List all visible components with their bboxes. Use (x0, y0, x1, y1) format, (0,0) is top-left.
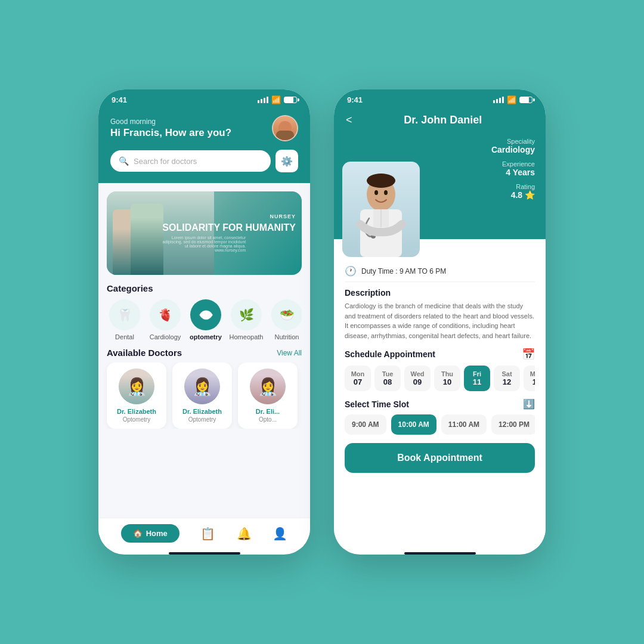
doctor-stats: Speciality Cardiology Experience 4 Years… (491, 138, 535, 206)
book-appointment-button[interactable]: Book Appointment (345, 443, 535, 473)
doctor-card-2[interactable]: 👩‍⚕️ Dr. Elizabeth Optometry (172, 363, 232, 429)
appointments-icon: 📋 (200, 527, 215, 541)
status-icons-1: 📶 (258, 95, 297, 104)
schedule-header: Schedule Appointment 📅 (345, 348, 535, 361)
date-thu10[interactable]: Thu 10 (434, 366, 460, 391)
wifi-icon: 📶 (271, 95, 281, 104)
description-title: Description (345, 288, 535, 298)
optometry-icon: 👁️ (199, 308, 213, 322)
duty-text: Duty Time : 9 AM TO 6 PM (361, 267, 446, 275)
doctor-header: < Dr. John Daniel (334, 108, 546, 239)
view-all-link[interactable]: View All (277, 349, 302, 357)
dental-icon: 🦷 (117, 308, 132, 322)
back-button[interactable]: < (346, 114, 352, 126)
status-bar-1: 9:41 📶 (98, 89, 310, 108)
nav-home[interactable]: 🏠 Home (121, 524, 179, 543)
time-1: 9:41 (112, 95, 127, 104)
schedule-title: Schedule Appointment (345, 349, 435, 359)
phone2: 9:41 📶 < Dr. John Daniel (334, 89, 546, 555)
greeting-block: Good morning Hi Francis, How are you? (110, 117, 231, 139)
notifications-icon: 🔔 (237, 527, 252, 541)
status-bar-2: 9:41 📶 (334, 89, 546, 108)
bottom-nav: 🏠 Home 📋 🔔 👤 (98, 518, 310, 549)
homeopath-label: Homeopath (230, 333, 264, 340)
battery-icon-2 (519, 97, 532, 103)
categories-section: Categories 🦷 Dental 🫀 Cardiology 👁️ opto… (98, 283, 310, 340)
home-header: Good morning Hi Francis, How are you? 🔍 … (98, 108, 310, 183)
home-indicator-2 (404, 552, 476, 555)
category-cardiology[interactable]: 🫀 Cardiology (147, 299, 183, 340)
dropdown-icon[interactable]: ⬇️ (523, 398, 535, 410)
time-12pm[interactable]: 12:00 PM (491, 414, 535, 435)
date-tue08[interactable]: Tue 08 (374, 366, 401, 391)
speciality-value: Cardiology (491, 145, 535, 154)
nutrition-icon: 🥗 (280, 308, 295, 322)
rating-stat: Rating 4.8 ⭐ (491, 183, 535, 200)
filter-button[interactable]: ⚙️ (275, 150, 298, 172)
phone1: 9:41 📶 Good morning Hi Francis, How are … (98, 89, 310, 555)
search-icon: 🔍 (119, 156, 129, 166)
category-nutrition[interactable]: 🥗 Nutrition (269, 299, 302, 340)
doctor-svg (348, 168, 414, 257)
nav-profile[interactable]: 👤 (273, 527, 287, 541)
date-sat12[interactable]: Sat 12 (494, 366, 520, 391)
promo-banner: nursey SOLIDARITY FOR HUMANITY Lorem ips… (107, 191, 302, 275)
experience-stat: Experience 4 Years (491, 160, 535, 177)
home-label: Home (146, 529, 168, 538)
profile-icon: 👤 (273, 527, 287, 541)
cardiology-icon: 🫀 (158, 308, 173, 322)
category-optometry[interactable]: 👁️ optometry (188, 299, 224, 340)
dental-icon-wrap: 🦷 (109, 299, 140, 330)
category-homeopath[interactable]: 🌿 Homeopath (228, 299, 264, 340)
banner-title: SOLIDARITY FOR HUMANITY (162, 222, 296, 233)
user-avatar[interactable] (272, 115, 298, 141)
speciality-label: Speciality (491, 138, 535, 145)
doctor-card-1[interactable]: 👩‍⚕️ Dr. Elizabeth Optometry (107, 363, 166, 429)
date-fri11[interactable]: Fri 11 (464, 366, 490, 391)
wifi-icon-2: 📶 (507, 95, 516, 104)
category-dental[interactable]: 🦷 Dental (107, 299, 143, 340)
home-icon: 🏠 (133, 529, 143, 538)
available-header: Available Doctors View All (107, 348, 302, 358)
signal-icon-2 (493, 97, 504, 103)
calendar-icon[interactable]: 📅 (522, 348, 535, 361)
clock-icon: 🕐 (345, 265, 357, 277)
banner-text: nursey SOLIDARITY FOR HUMANITY Lorem ips… (162, 213, 296, 252)
homeopath-icon-wrap: 🌿 (231, 299, 262, 330)
time-header: Select Time Slot ⬇️ (345, 398, 535, 410)
doctor-spec-1: Optometry (123, 416, 151, 423)
nav-appointments[interactable]: 📋 (200, 527, 215, 541)
detail-content: 🕐 Duty Time : 9 AM TO 6 PM Description C… (334, 261, 546, 549)
homeopath-icon: 🌿 (239, 308, 254, 322)
svg-point-3 (374, 190, 378, 195)
date-mon07[interactable]: Mon 07 (345, 366, 371, 391)
search-box[interactable]: 🔍 Search for doctors (110, 150, 271, 172)
date-mon13[interactable]: Mon 13 (524, 366, 535, 391)
date-row: Mon 07 Tue 08 Wed 09 Thu 10 Fri 11 Sat 1… (345, 366, 535, 391)
banner-subtitle: Lorem ipsum dolor sit amet, consectetur … (162, 236, 246, 253)
time-9am[interactable]: 9:00 AM (345, 414, 386, 435)
time-11am[interactable]: 11:00 AM (441, 414, 487, 435)
doctor-spec-2: Optometry (188, 416, 216, 423)
optometry-label: optometry (190, 333, 222, 340)
greeting-name: Hi Francis, How are you? (110, 127, 231, 139)
home-indicator (169, 552, 240, 555)
svg-point-4 (384, 190, 388, 195)
doctor-photo (342, 162, 420, 257)
rating-value: 4.8 ⭐ (491, 190, 535, 200)
duty-row: 🕐 Duty Time : 9 AM TO 6 PM (345, 261, 535, 282)
date-wed09[interactable]: Wed 09 (404, 366, 431, 391)
doctor-name-3: Dr. Eli... (256, 408, 280, 415)
search-row: 🔍 Search for doctors ⚙️ (110, 150, 298, 172)
time-row: 9:00 AM 10:00 AM 11:00 AM 12:00 PM 1:00 … (345, 414, 535, 435)
available-title: Available Doctors (107, 348, 182, 358)
doctors-row: 👩‍⚕️ Dr. Elizabeth Optometry 👩‍⚕️ Dr. El… (98, 363, 310, 429)
nav-notifications[interactable]: 🔔 (237, 527, 252, 541)
greeting-text: Good morning (110, 117, 231, 126)
experience-label: Experience (491, 160, 535, 168)
speciality-stat: Speciality Cardiology (491, 138, 535, 154)
description-text: Cardiology is the branch of medicine tha… (345, 301, 535, 340)
greeting-row: Good morning Hi Francis, How are you? (110, 115, 298, 141)
doctor-card-3[interactable]: 👩‍⚕️ Dr. Eli... Opto... (238, 363, 298, 429)
time-10am[interactable]: 10:00 AM (391, 414, 436, 435)
